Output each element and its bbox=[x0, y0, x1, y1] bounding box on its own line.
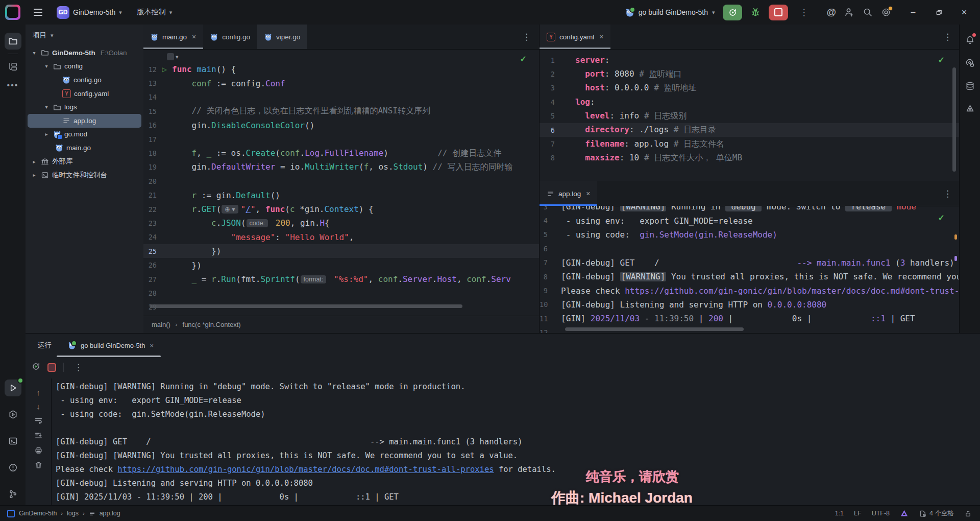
hamburger-menu-icon[interactable] bbox=[31, 6, 45, 19]
rerun-icon[interactable] bbox=[32, 362, 40, 372]
run-tool-icon[interactable] bbox=[0, 378, 26, 397]
stop-button[interactable] bbox=[769, 5, 788, 20]
window-close-button[interactable]: × bbox=[955, 7, 973, 18]
line-number: 25 bbox=[143, 247, 157, 255]
stop-icon[interactable] bbox=[47, 363, 56, 372]
scroll-to-end-icon[interactable] bbox=[34, 431, 43, 440]
tab-options-kebab[interactable]: ⋮ bbox=[940, 32, 955, 42]
code-with-me-icon[interactable] bbox=[844, 7, 854, 17]
run-line-icon[interactable]: ▷ bbox=[157, 66, 172, 73]
code-line: 13 conf := config.Conf bbox=[143, 76, 539, 90]
clear-all-trash-icon[interactable] bbox=[34, 461, 43, 469]
vcs-menu[interactable]: 版本控制 ▾ bbox=[133, 6, 177, 19]
run-tool-window: 运行 go build GinDemo-5th × ⋮ ↑ bbox=[26, 333, 980, 506]
inspection-check-icon[interactable]: ✓ bbox=[938, 55, 945, 65]
tab-app-log[interactable]: app.log × bbox=[540, 181, 597, 206]
close-icon[interactable]: × bbox=[192, 33, 196, 41]
log-file-icon bbox=[62, 116, 70, 125]
indent-setting[interactable]: 4 个空格 bbox=[919, 509, 954, 518]
chevron-down-icon: ▾ bbox=[43, 104, 50, 110]
soft-wrap-icon[interactable] bbox=[34, 416, 43, 425]
tab-config-yaml[interactable]: Y config.yaml × bbox=[540, 25, 610, 49]
window-restore-button[interactable] bbox=[930, 8, 947, 17]
settings-gear-icon[interactable] bbox=[881, 7, 891, 17]
tab-options-kebab[interactable]: ⋮ bbox=[519, 32, 534, 42]
tab-options-kebab[interactable]: ⋮ bbox=[940, 188, 955, 199]
sticky-widget-icon bbox=[167, 53, 174, 60]
tree-item-config-yaml[interactable]: Y config.yaml bbox=[26, 87, 143, 101]
line-ending[interactable]: LF bbox=[854, 510, 862, 517]
applog-editor[interactable]: 3[GIN-debug] [WARNING] Running in "debug… bbox=[540, 206, 960, 333]
run-console-tab[interactable]: go build GinDemo-5th × bbox=[63, 334, 159, 357]
console-options-kebab[interactable]: ⋮ bbox=[71, 362, 86, 373]
breadcrumb-main[interactable]: main() bbox=[152, 321, 170, 328]
statusbar-crumb-logs[interactable]: logs bbox=[67, 510, 79, 517]
rerun-button[interactable] bbox=[723, 5, 742, 20]
statusbar-crumb-project[interactable]: GinDemo-5th bbox=[19, 510, 57, 517]
close-icon[interactable]: × bbox=[586, 190, 590, 198]
search-everywhere-icon[interactable] bbox=[863, 7, 873, 17]
tab-main-go[interactable]: main.go × bbox=[143, 25, 203, 49]
stop-icon bbox=[774, 8, 782, 16]
caret-position[interactable]: 1:1 bbox=[835, 510, 844, 517]
ai-assistant-tool-icon[interactable] bbox=[960, 100, 980, 119]
statusbar-crumb-file[interactable]: app.log bbox=[100, 510, 120, 517]
vertical-scrollbar[interactable] bbox=[952, 67, 956, 172]
tab-config-go[interactable]: config.go bbox=[203, 25, 257, 49]
database-tool-icon[interactable] bbox=[960, 77, 980, 96]
tree-item-app-log[interactable]: app.log bbox=[28, 114, 141, 128]
terminal-tool-icon[interactable] bbox=[0, 432, 26, 451]
next-occurrence-icon[interactable]: ↓ bbox=[36, 402, 40, 410]
git-tool-icon[interactable] bbox=[0, 485, 26, 504]
project-panel-header[interactable]: 项目 ▾ bbox=[26, 25, 143, 46]
stripe-mark-warning[interactable] bbox=[954, 234, 957, 240]
code-editor[interactable]: ▾ 12▷func main() {13 conf := config.Conf… bbox=[143, 49, 539, 316]
tree-item-go-mod[interactable]: ▸ go.mod bbox=[26, 128, 143, 141]
vcs-label: 版本控制 bbox=[137, 8, 166, 17]
print-icon[interactable] bbox=[34, 446, 43, 455]
chevron-down-icon: ▾ bbox=[176, 54, 179, 60]
tree-item-config-go[interactable]: config.go bbox=[26, 73, 143, 87]
yaml-editor[interactable]: 1server:2 port: 8080 # 监听端口3 host: 0.0.0… bbox=[540, 49, 960, 181]
line-number: 3 bbox=[540, 206, 548, 211]
breadcrumb-func[interactable]: func(c *gin.Context) bbox=[183, 321, 241, 328]
inspection-check-icon[interactable]: ✓ bbox=[520, 54, 527, 64]
project-panel-title: 项目 bbox=[33, 31, 46, 40]
tree-item-root[interactable]: ▾ GinDemo-5thF:\Golan bbox=[26, 46, 143, 60]
run-console[interactable]: [GIN-debug] [WARNING] Running in "debug"… bbox=[51, 378, 980, 506]
inspection-check-icon[interactable]: ✓ bbox=[938, 213, 945, 223]
horizontal-scrollbar[interactable] bbox=[150, 304, 462, 308]
code-vision-widget[interactable]: ▾ bbox=[167, 53, 179, 60]
more-tool-windows-icon[interactable]: ••• bbox=[0, 76, 26, 94]
notifications-bell-icon[interactable] bbox=[960, 31, 980, 50]
code-with-me-radar-icon[interactable] bbox=[960, 54, 980, 73]
close-icon[interactable]: × bbox=[599, 33, 603, 41]
project-tool-icon[interactable] bbox=[0, 32, 26, 51]
project-switcher[interactable]: GD GinDemo-5th ▾ bbox=[53, 4, 126, 21]
close-icon[interactable]: × bbox=[150, 342, 154, 349]
prev-occurrence-icon[interactable]: ↑ bbox=[36, 389, 40, 396]
window-minimize-button[interactable]: – bbox=[904, 8, 922, 17]
code-line: 1server: bbox=[540, 53, 960, 67]
structure-tool-icon[interactable] bbox=[0, 57, 26, 76]
tree-item-main-go[interactable]: main.go bbox=[26, 141, 143, 155]
tree-item-scratches[interactable]: ▸ 临时文件和控制台 bbox=[26, 168, 143, 182]
tree-item-external-libraries[interactable]: ▸ 外部库 bbox=[26, 155, 143, 169]
tab-viper-go[interactable]: viper.go bbox=[257, 25, 307, 49]
tree-item-config-folder[interactable]: ▾ config bbox=[26, 60, 143, 74]
file-encoding[interactable]: UTF-8 bbox=[872, 510, 890, 517]
horizontal-scrollbar[interactable] bbox=[565, 327, 744, 331]
ai-assistant-icon[interactable]: @ bbox=[826, 7, 836, 18]
tree-item-logs-folder[interactable]: ▾ logs bbox=[26, 100, 143, 114]
chevron-down-icon: ▾ bbox=[51, 33, 54, 38]
ai-assistant-status-icon[interactable] bbox=[900, 509, 909, 518]
code-line: 18 f, _ := os.Create(conf.Log.FullFilena… bbox=[143, 146, 539, 160]
services-tool-icon[interactable] bbox=[0, 405, 26, 424]
problems-tool-icon[interactable] bbox=[0, 458, 26, 477]
run-configuration-selector[interactable]: go build GinDemo-5th ▾ bbox=[625, 8, 715, 17]
more-actions-kebab[interactable]: ⋮ bbox=[796, 7, 811, 18]
debug-button[interactable] bbox=[750, 7, 761, 17]
run-toolbar: ⋮ bbox=[26, 357, 980, 377]
stripe-mark-info[interactable] bbox=[954, 256, 957, 261]
unlock-icon[interactable] bbox=[964, 510, 972, 517]
